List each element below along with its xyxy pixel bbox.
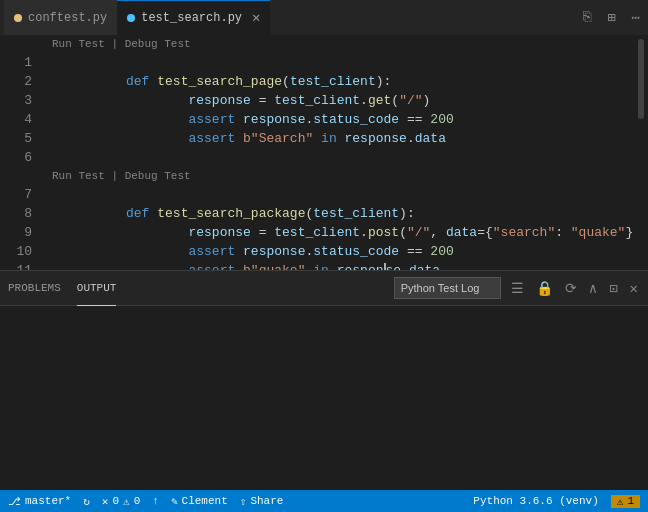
- warning-icon: ⚠: [123, 495, 130, 508]
- code-line-6: [48, 148, 626, 167]
- git-branch-label: master*: [25, 495, 71, 507]
- author-label: ✎: [171, 495, 178, 508]
- publish-item[interactable]: ↑: [152, 495, 159, 507]
- share-icon: ⇧: [240, 495, 247, 508]
- panel-tab-problems[interactable]: PROBLEMS: [8, 271, 61, 306]
- lock-scroll-icon[interactable]: 🔒: [534, 278, 555, 299]
- editor-main: 1 2 3 4 5 6 7 8 9 10 11 Run Test | Deb: [0, 35, 648, 270]
- publish-icon: ↑: [152, 495, 159, 507]
- tab-label-test-search: test_search.py: [141, 11, 242, 25]
- ln-9: 9: [0, 223, 32, 242]
- assert-kw-1: assert: [188, 112, 243, 127]
- git-branch-icon: ⎇: [8, 495, 21, 508]
- ln-6: 6: [0, 148, 32, 167]
- debug-test-link-2[interactable]: Debug Test: [125, 170, 191, 182]
- assert-kw-3: assert: [188, 244, 243, 259]
- line-numbers: 1 2 3 4 5 6 7 8 9 10 11: [0, 35, 40, 270]
- status-bar: ⎇ master* ↻ ✕ 0 ⚠ 0 ↑ ✎ Clement ⇧ Share …: [0, 490, 648, 512]
- assert-kw-4: assert: [188, 263, 243, 270]
- code-line-7: def test_search_package(test_client):: [48, 185, 626, 204]
- ln-7: 7: [0, 185, 32, 204]
- author-item[interactable]: ✎ Clement: [171, 495, 228, 508]
- warning-badge-item[interactable]: ⚠ 1: [611, 495, 640, 508]
- warning-count: 0: [134, 495, 141, 507]
- share-item[interactable]: ⇧ Share: [240, 495, 284, 508]
- code-area: 1 2 3 4 5 6 7 8 9 10 11 Run Test | Deb: [0, 35, 648, 270]
- sync-item[interactable]: ↻: [83, 495, 90, 508]
- assert-kw-2: assert: [188, 131, 243, 146]
- panel-area: PROBLEMS OUTPUT Python Test Log ☰ 🔒 ⟳ ∧ …: [0, 270, 648, 490]
- ln-2: 2: [0, 72, 32, 91]
- fn-test-search-page: test_search_page: [157, 74, 282, 89]
- copy-icon[interactable]: ⎘: [579, 7, 595, 28]
- author-name: Clement: [182, 495, 228, 507]
- log-type-select[interactable]: Python Test Log: [394, 277, 501, 299]
- separator-2: |: [111, 170, 124, 182]
- ln-11: 11: [0, 261, 32, 270]
- tab-bar-actions: ⎘ ⊞ ⋯: [579, 7, 644, 28]
- tab-close-icon[interactable]: ✕: [252, 11, 260, 25]
- git-branch-item[interactable]: ⎇ master*: [8, 495, 71, 508]
- tab-label-conftest: conftest.py: [28, 11, 107, 25]
- tab-bar: conftest.py test_search.py ✕ ⎘ ⊞ ⋯: [0, 0, 648, 35]
- error-count: 0: [112, 495, 119, 507]
- errors-item[interactable]: ✕ 0 ⚠ 0: [102, 495, 140, 508]
- ln-5: 5: [0, 129, 32, 148]
- scrollbar-thumb[interactable]: [638, 39, 644, 119]
- warning-badge-count: 1: [627, 495, 634, 507]
- python-version-label: Python 3.6.6 (venv): [473, 495, 598, 507]
- paren-close-1: ):: [376, 74, 392, 89]
- panel-tabs-bar: PROBLEMS OUTPUT Python Test Log ☰ 🔒 ⟳ ∧ …: [0, 271, 648, 306]
- run-test-link-2[interactable]: Run Test: [52, 170, 105, 182]
- separator-1: |: [111, 38, 124, 50]
- warning-triangle-icon: ⚠: [617, 495, 624, 508]
- keyword-def-2: def: [126, 206, 157, 221]
- fn-test-search-package: test_search_package: [157, 206, 305, 221]
- error-icon: ✕: [102, 495, 109, 508]
- collapse-panel-icon[interactable]: ∧: [587, 278, 599, 299]
- var-response-1: response: [188, 93, 250, 108]
- code-content[interactable]: Run Test | Debug Test def test_search_pa…: [40, 35, 634, 270]
- ln-3: 3: [0, 91, 32, 110]
- tab-test-search[interactable]: test_search.py ✕: [117, 0, 270, 35]
- scrollbar-track[interactable]: [634, 35, 648, 270]
- keyword-def-1: def: [126, 74, 157, 89]
- code-line-1: def test_search_page(test_client):: [48, 53, 626, 72]
- more-icon[interactable]: ⋯: [628, 7, 644, 28]
- run-debug-bar-1: Run Test | Debug Test: [48, 35, 626, 53]
- maximize-panel-icon[interactable]: ⊡: [607, 278, 619, 299]
- run-test-link-1[interactable]: Run Test: [52, 38, 105, 50]
- panel-tab-actions: Python Test Log ☰ 🔒 ⟳ ∧ ⊡ ✕: [394, 277, 640, 299]
- ln-1: 1: [0, 53, 32, 72]
- editor-container: 1 2 3 4 5 6 7 8 9 10 11 Run Test | Deb: [0, 35, 648, 270]
- file-dot-blue: [127, 14, 135, 22]
- clear-output-icon[interactable]: ☰: [509, 278, 526, 299]
- tab-conftest[interactable]: conftest.py: [4, 0, 117, 35]
- ln-10: 10: [0, 242, 32, 261]
- file-dot-yellow: [14, 14, 22, 22]
- ln-8: 8: [0, 204, 32, 223]
- param-test-client-1: test_client: [290, 74, 376, 89]
- ln-4: 4: [0, 110, 32, 129]
- panel-tab-output[interactable]: OUTPUT: [77, 271, 117, 306]
- close-panel-icon[interactable]: ✕: [628, 278, 640, 299]
- share-label: Share: [250, 495, 283, 507]
- panel-content: [0, 306, 648, 490]
- scroll-up-icon[interactable]: ⟳: [563, 278, 579, 299]
- split-editor-icon[interactable]: ⊞: [603, 7, 619, 28]
- run-debug-bar-2: Run Test | Debug Test: [48, 167, 626, 185]
- debug-test-link-1[interactable]: Debug Test: [125, 38, 191, 50]
- paren-open-1: (: [282, 74, 290, 89]
- python-version-item[interactable]: Python 3.6.6 (venv): [473, 495, 598, 507]
- sync-icon: ↻: [83, 495, 90, 508]
